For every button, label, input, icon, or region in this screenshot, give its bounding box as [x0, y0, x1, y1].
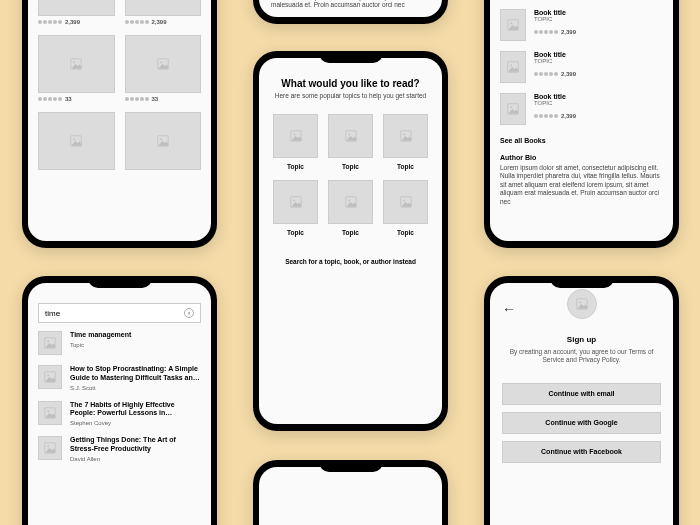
auth-button[interactable]: Continue with Google [502, 412, 661, 434]
result-subtitle: Stephen Covey [70, 420, 201, 426]
author-bio-heading: Author Bio [500, 154, 663, 161]
grid-card[interactable]: 2,399 [125, 0, 202, 25]
topic-card[interactable]: Topic [383, 180, 428, 236]
grid-card[interactable] [38, 112, 115, 170]
image-icon [43, 406, 57, 420]
phone-top-middle-peek: eleifend lorem ipsum, sit amet porta ali… [253, 0, 448, 24]
grid-card[interactable]: 33 [125, 35, 202, 102]
search-result-item[interactable]: Time management Topic [38, 331, 201, 355]
rating-count: 2,399 [561, 113, 576, 119]
rating-dots [534, 72, 558, 76]
result-title: How to Stop Procrastinating: A Simple Gu… [70, 365, 201, 383]
auth-button[interactable]: Continue with email [502, 383, 661, 405]
auth-button[interactable]: Continue with Facebook [502, 441, 661, 463]
topic-label: Topic [328, 229, 373, 236]
image-icon [399, 129, 413, 143]
image-icon [43, 336, 57, 350]
book-title: Book title [534, 51, 663, 58]
image-icon [506, 18, 520, 32]
search-result-item[interactable]: How to Stop Procrastinating: A Simple Gu… [38, 365, 201, 391]
result-subtitle: Topic [70, 342, 201, 348]
author-bio-text: Lorem ipsum dolor sit amet, consectetur … [500, 164, 663, 206]
back-button[interactable]: ← [502, 301, 516, 317]
image-placeholder [383, 180, 428, 224]
book-title: Book title [534, 93, 663, 100]
image-placeholder [328, 114, 373, 158]
image-icon [69, 57, 83, 71]
image-placeholder [38, 401, 62, 425]
page-subtitle: Here are some popular topics to help you… [273, 92, 428, 100]
phone-search-results: × Time management Topic How to Stop Proc… [22, 276, 217, 525]
notch [319, 460, 383, 472]
topic-label: Topic [328, 163, 373, 170]
image-icon [289, 195, 303, 209]
signup-heading: Sign up [502, 335, 661, 344]
rating-count: 33 [65, 96, 72, 102]
rating-dots [534, 30, 558, 34]
result-title: Getting Things Done: The Art of Stress-F… [70, 436, 201, 454]
rating-count: 2,399 [561, 29, 576, 35]
image-icon [506, 60, 520, 74]
image-icon [156, 134, 170, 148]
image-placeholder [38, 436, 62, 460]
rating-dots [534, 114, 558, 118]
topic-label: Topic [273, 163, 318, 170]
image-icon [69, 134, 83, 148]
topic-card[interactable]: Topic [383, 114, 428, 170]
search-result-item[interactable]: Getting Things Done: The Art of Stress-F… [38, 436, 201, 462]
rating-count: 2,399 [561, 71, 576, 77]
see-all-books-link[interactable]: See all Books [500, 137, 663, 144]
image-icon [43, 441, 57, 455]
image-placeholder [38, 35, 115, 93]
image-placeholder [125, 0, 202, 16]
rating-dots [125, 20, 149, 24]
book-topic: TOPIC [534, 100, 663, 106]
grid-card[interactable] [125, 112, 202, 170]
image-placeholder [328, 180, 373, 224]
image-placeholder [500, 51, 526, 83]
topic-card[interactable]: Topic [328, 114, 373, 170]
search-instead-link[interactable]: Search for a topic, book, or author inst… [273, 258, 428, 265]
topic-card[interactable]: Topic [328, 180, 373, 236]
book-row[interactable]: Book title TOPIC 2,399 [500, 93, 663, 125]
book-row[interactable]: Book title TOPIC 2,399 [500, 9, 663, 41]
search-result-item[interactable]: The 7 Habits of Highly Effective People:… [38, 401, 201, 427]
image-placeholder [125, 35, 202, 93]
avatar-placeholder [567, 289, 597, 319]
result-title: The 7 Habits of Highly Effective People:… [70, 401, 201, 419]
image-icon [156, 57, 170, 71]
rating-count: 2,399 [152, 19, 167, 25]
clear-search-button[interactable]: × [184, 308, 194, 318]
grid-card[interactable]: 2,399 [38, 0, 115, 25]
image-placeholder [38, 0, 115, 16]
search-input[interactable] [45, 309, 184, 318]
result-subtitle: S.J. Scott [70, 385, 201, 391]
image-placeholder [383, 114, 428, 158]
search-bar[interactable]: × [38, 303, 201, 323]
tos-text: By creating an account, you agree to our… [502, 348, 661, 365]
book-row[interactable]: Book title TOPIC 2,399 [500, 51, 663, 83]
book-topic: TOPIC [534, 16, 663, 22]
image-icon [575, 297, 589, 311]
result-title: Time management [70, 331, 201, 340]
phone-onboarding-topics: What would you like to read? Here are so… [253, 51, 448, 431]
image-icon [289, 129, 303, 143]
topic-card[interactable]: Topic [273, 114, 318, 170]
page-title: What would you like to read? [273, 78, 428, 89]
phone-signup: ← Sign up By creating an account, you ag… [484, 276, 679, 525]
book-topic: TOPIC [534, 58, 663, 64]
grid-card[interactable]: 33 [38, 35, 115, 102]
topic-label: Topic [273, 229, 318, 236]
notch [319, 51, 383, 63]
image-placeholder [273, 180, 318, 224]
topic-card[interactable]: Topic [273, 180, 318, 236]
body-text: eleifend lorem ipsum, sit amet porta ali… [271, 0, 430, 10]
image-placeholder [500, 9, 526, 41]
image-placeholder [38, 365, 62, 389]
image-placeholder [125, 112, 202, 170]
image-icon [43, 370, 57, 384]
phone-book-detail: Book title TOPIC 2,399 Book title TOPIC … [484, 0, 679, 248]
image-placeholder [273, 114, 318, 158]
phone-top-left-grid: 2,399 2,399 2,399 2,399 33 33 [22, 0, 217, 248]
image-placeholder [500, 93, 526, 125]
